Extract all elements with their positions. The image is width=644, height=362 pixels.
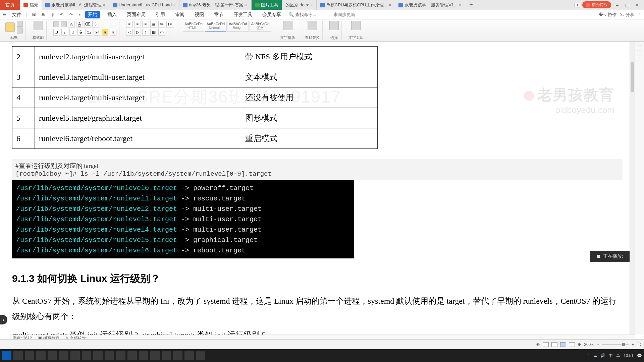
taskbar-clock[interactable]: 10:51 xyxy=(624,353,634,358)
settings-icon[interactable]: ⚙ xyxy=(578,342,581,347)
zoom-value[interactable]: 200% xyxy=(584,342,594,347)
align-center-icon[interactable]: ≡ xyxy=(134,21,141,27)
eye-icon[interactable]: 👁 xyxy=(536,342,540,347)
taskbar-app[interactable] xyxy=(48,351,57,360)
taskbar-app[interactable] xyxy=(105,351,114,360)
title-tab[interactable]: 跟老男孩学li...A. 进程管理× xyxy=(42,0,109,10)
zoom-slider[interactable] xyxy=(602,344,629,345)
ribbon-tab[interactable]: 开发工具 xyxy=(231,11,255,18)
title-tab[interactable]: 图片工具 xyxy=(252,0,282,10)
fullscreen-icon[interactable]: ⛶ xyxy=(637,342,641,347)
window-maximize[interactable]: ▢ xyxy=(623,2,631,8)
text-layout-icon[interactable] xyxy=(283,21,292,30)
font-shrink-icon[interactable] xyxy=(61,21,67,27)
vertical-scrollbar[interactable] xyxy=(630,42,635,335)
paste-icon[interactable] xyxy=(5,22,15,32)
view-page-icon[interactable] xyxy=(543,342,549,347)
taskbar-app[interactable] xyxy=(116,351,125,360)
tray-icon[interactable]: 🔊 xyxy=(600,353,605,358)
taskbar-app[interactable] xyxy=(82,351,91,360)
font-grow-icon[interactable] xyxy=(53,21,59,27)
search-input[interactable] xyxy=(295,12,329,17)
ribbon-tab[interactable]: 引用 xyxy=(153,11,168,18)
redo-icon[interactable]: ↷ xyxy=(69,12,74,17)
title-tab[interactable]: 单核CPU与多核CPU工作原理...× xyxy=(317,0,395,10)
bold-button[interactable]: B xyxy=(53,29,60,36)
title-tab[interactable]: 的区别.docx× xyxy=(282,0,317,10)
shading-icon[interactable]: ▦ xyxy=(150,29,157,36)
taskbar-app[interactable] xyxy=(150,351,160,360)
line-space-icon[interactable]: ↕ xyxy=(142,29,149,36)
window-close[interactable]: ✕ xyxy=(633,2,641,8)
numbering-icon[interactable]: 1≡ xyxy=(166,21,173,27)
title-tab[interactable]: day26-老男...程-第一部-答案× xyxy=(179,0,251,10)
ribbon-tab[interactable]: 视图 xyxy=(192,11,207,18)
scroll-thumb[interactable] xyxy=(631,62,634,92)
panel-icon[interactable] xyxy=(637,66,642,71)
share-button[interactable]: ⋋ 分享 xyxy=(620,12,634,18)
close-icon[interactable]: × xyxy=(389,2,391,8)
align-justify-icon[interactable]: ≣ xyxy=(150,21,157,27)
ribbon-tab[interactable]: 插入 xyxy=(105,11,119,18)
home-tab[interactable]: 首页 xyxy=(0,0,20,10)
tray-icon[interactable]: ☁ xyxy=(593,353,597,358)
save-icon[interactable]: 🖫 xyxy=(32,12,37,17)
sub-button[interactable]: x₂ xyxy=(86,29,92,36)
close-icon[interactable]: × xyxy=(310,2,313,8)
find-icon[interactable] xyxy=(308,21,317,30)
menu-icon[interactable]: ☰ xyxy=(3,12,7,17)
style-box[interactable]: AaBbCcDdBody... xyxy=(227,21,249,32)
bullets-icon[interactable]: •≡ xyxy=(158,21,165,27)
close-icon[interactable]: × xyxy=(459,2,462,8)
member-button[interactable]: 稻壳特权 xyxy=(582,1,611,8)
format-painter-icon[interactable] xyxy=(34,21,43,30)
command-search[interactable]: 🔍 xyxy=(288,12,329,17)
taskbar-app[interactable] xyxy=(127,351,137,360)
notify-badge[interactable]: 1 xyxy=(574,3,580,7)
ribbon-tab[interactable]: 会员专享 xyxy=(260,11,284,18)
strike-button[interactable]: S̶ xyxy=(77,29,84,36)
underline-button[interactable]: U xyxy=(69,29,76,36)
style-box[interactable]: AaBbCcDd正文 xyxy=(250,21,271,32)
taskbar-app[interactable] xyxy=(59,351,68,360)
taskbar-app[interactable] xyxy=(196,351,205,360)
font-a-icon[interactable]: A̲ xyxy=(76,21,83,27)
eraser-icon[interactable]: ◊ xyxy=(92,21,99,27)
cut-icon[interactable] xyxy=(17,21,23,27)
font-a-icon[interactable]: A xyxy=(68,21,75,27)
preview-icon[interactable]: ◎ xyxy=(51,12,55,17)
ribbon-tab-start[interactable]: 开始 xyxy=(85,11,100,18)
window-minimize[interactable]: – xyxy=(613,2,621,8)
align-left-icon[interactable]: ≡ xyxy=(126,21,133,27)
highlight-icon[interactable]: A xyxy=(102,29,108,36)
italic-button[interactable]: I xyxy=(61,29,68,36)
close-icon[interactable]: × xyxy=(245,2,248,8)
view-read-icon[interactable] xyxy=(569,342,575,347)
style-box[interactable]: AaBbCcDdNormal... xyxy=(205,21,226,32)
text-tools-icon[interactable] xyxy=(351,21,361,30)
border-icon[interactable]: ▭ xyxy=(158,29,165,36)
taskbar-app[interactable] xyxy=(93,351,103,360)
taskbar-app[interactable] xyxy=(162,351,171,360)
sup-button[interactable]: x² xyxy=(94,29,100,36)
zoom-in-button[interactable]: + xyxy=(632,342,634,347)
title-tab[interactable]: 稻壳 xyxy=(20,0,42,10)
print-icon[interactable]: 🖶 xyxy=(41,12,46,17)
ribbon-tab[interactable]: 审阅 xyxy=(172,11,187,18)
style-box[interactable]: AaBbCcDcHTML... xyxy=(183,21,204,32)
caret-icon[interactable]: ▾ xyxy=(79,13,80,16)
new-tab-button[interactable]: + xyxy=(465,1,477,8)
taskbar-app[interactable] xyxy=(173,351,182,360)
undo-icon[interactable]: ↶ xyxy=(60,12,65,17)
indent-dec-icon[interactable]: ◁ xyxy=(126,29,133,36)
copy-icon[interactable] xyxy=(17,27,23,34)
taskbar-app[interactable] xyxy=(70,351,80,360)
tray-chevron-icon[interactable]: ˄ xyxy=(588,353,590,358)
title-tab[interactable]: 跟老男孩学... 服务管理V1...× xyxy=(395,0,465,10)
ribbon-tab[interactable]: 页面布局 xyxy=(124,11,148,18)
select-icon[interactable] xyxy=(329,21,339,30)
taskview-icon[interactable] xyxy=(36,351,46,360)
document-canvas[interactable]: Linux-SRE分期36班 617491917 老男孩教育 oldboyedu… xyxy=(0,42,635,335)
close-icon[interactable]: × xyxy=(173,2,176,8)
align-right-icon[interactable]: ≡ xyxy=(142,21,149,27)
